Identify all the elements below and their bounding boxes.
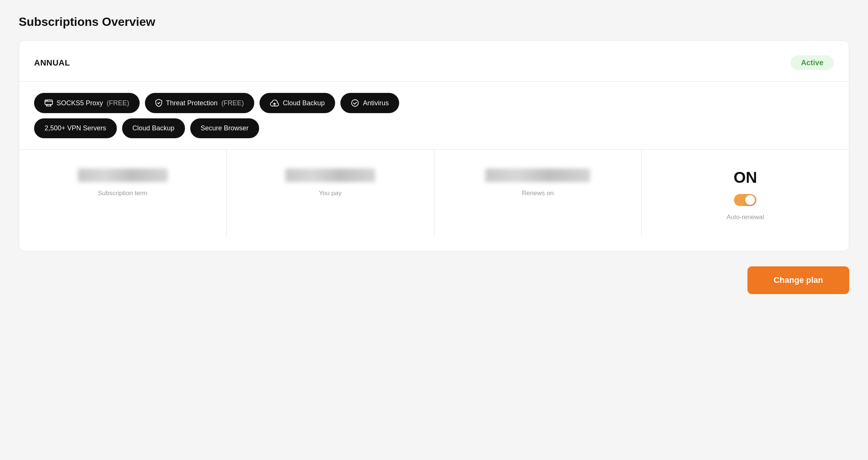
stat-renews-on: Renews on <box>434 150 642 236</box>
auto-renewal-toggle-container <box>734 194 756 206</box>
stats-section: Subscription term You pay Renews on ON A… <box>19 150 849 236</box>
svg-point-3 <box>47 100 48 101</box>
you-pay-label: You pay <box>319 190 342 197</box>
socks5-tag: (FREE) <box>107 99 129 107</box>
feature-pill-cloud-backup: Cloud Backup <box>260 93 335 113</box>
feature-pill-cloud-backup-2: Cloud Backup <box>122 118 185 138</box>
feature-pill-antivirus: Antivirus <box>340 93 399 113</box>
svg-line-8 <box>158 102 160 104</box>
feature-pill-secure-browser: Secure Browser <box>190 118 259 138</box>
cloud-backup-icon <box>270 100 279 106</box>
subscription-term-value-blurred <box>78 169 168 182</box>
cloud-backup-label: Cloud Backup <box>283 99 325 107</box>
page-title: Subscriptions Overview <box>19 15 849 29</box>
auto-renewal-label: Auto-renewal <box>726 214 764 221</box>
antivirus-icon <box>351 99 359 107</box>
threat-icon <box>155 99 162 107</box>
you-pay-value-blurred <box>285 169 375 182</box>
divider-top <box>19 81 849 82</box>
svg-point-9 <box>352 100 358 106</box>
feature-pill-socks5: SOCKS5 Proxy (FREE) <box>34 93 140 113</box>
stat-auto-renewal: ON Auto-renewal <box>642 150 849 236</box>
vpn-label: 2,500+ VPN Servers <box>45 124 106 132</box>
secure-browser-label: Secure Browser <box>201 124 249 132</box>
status-badge: Active <box>790 55 834 70</box>
card-header: ANNUAL Active <box>34 55 834 70</box>
svg-point-2 <box>46 100 46 101</box>
plan-type-label: ANNUAL <box>34 58 70 68</box>
stat-subscription-term: Subscription term <box>19 150 227 236</box>
features-row-1: SOCKS5 Proxy (FREE) Threat Protection (F… <box>34 93 834 113</box>
change-plan-button[interactable]: Change plan <box>747 266 849 294</box>
socks5-label: SOCKS5 Proxy <box>57 99 103 107</box>
antivirus-label: Antivirus <box>363 99 389 107</box>
feature-pill-vpn: 2,500+ VPN Servers <box>34 118 117 138</box>
bottom-bar: Change plan <box>19 266 849 294</box>
subscription-term-label: Subscription term <box>98 190 147 197</box>
renews-on-value-blurred <box>485 169 590 182</box>
subscription-card: ANNUAL Active SOCKS5 Proxy <box>19 40 849 251</box>
socks5-icon <box>45 100 53 106</box>
feature-pill-threat: Threat Protection (FREE) <box>145 93 254 113</box>
cloud-backup-2-label: Cloud Backup <box>133 124 174 132</box>
features-section: SOCKS5 Proxy (FREE) Threat Protection (F… <box>34 93 834 138</box>
toggle-knob <box>745 195 755 205</box>
stat-you-pay: You pay <box>227 150 434 236</box>
auto-renewal-value: ON <box>734 169 757 187</box>
renews-on-label: Renews on <box>522 190 554 197</box>
features-row-2: 2,500+ VPN Servers Cloud Backup Secure B… <box>34 118 834 138</box>
threat-label: Threat Protection <box>166 99 218 107</box>
threat-tag: (FREE) <box>221 99 244 107</box>
auto-renewal-toggle[interactable] <box>734 194 756 206</box>
